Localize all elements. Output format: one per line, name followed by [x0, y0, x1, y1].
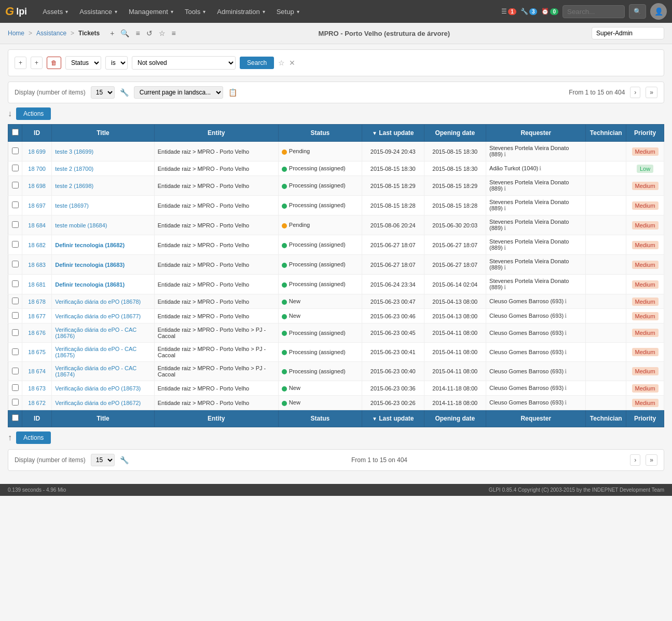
row-title[interactable]: teste 2 (18700)	[52, 161, 155, 176]
bottom-items-per-page-select[interactable]: 15	[91, 454, 115, 466]
row-title[interactable]: teste 2 (18698)	[52, 176, 155, 196]
filter-field-select[interactable]: Status	[65, 56, 101, 70]
table-row[interactable]: 18 684teste mobile (18684)Entidade raiz …	[8, 215, 664, 235]
row-title[interactable]: Verificação diária do ePO - CAC (18675)	[52, 343, 155, 362]
row-checkbox[interactable]	[12, 280, 19, 287]
table-row[interactable]: 18 675Verificação diária do ePO - CAC (1…	[8, 343, 664, 362]
row-checkbox[interactable]	[12, 298, 19, 304]
user-avatar[interactable]: 👤	[650, 3, 667, 20]
table-row[interactable]: 18 672Verificação diária do ePO (18672)E…	[8, 396, 664, 410]
row-checkbox[interactable]	[12, 384, 19, 391]
row-id[interactable]: 18 699	[22, 142, 52, 161]
save-search-icon[interactable]: ☆	[278, 59, 285, 67]
row-checkbox-cell[interactable]	[8, 275, 22, 294]
row-id[interactable]: 18 675	[22, 343, 52, 362]
favorite-icon[interactable]: ☆	[158, 28, 167, 38]
tf-status[interactable]: Status	[278, 410, 362, 427]
layout-select[interactable]: Current page in landsca...	[134, 86, 223, 99]
select-all-footer-checkbox[interactable]	[8, 410, 22, 427]
bottom-next-page-button[interactable]: ›	[630, 454, 640, 466]
th-status[interactable]: Status	[278, 125, 362, 142]
requester-info-icon[interactable]: ℹ	[565, 298, 567, 304]
row-id[interactable]: 18 674	[22, 362, 52, 381]
table-row[interactable]: 18 699teste 3 (18699)Entidade raiz > MPR…	[8, 142, 664, 161]
global-search-button[interactable]: 🔍	[629, 4, 646, 19]
sort-up-icon[interactable]: ↑	[8, 433, 12, 442]
actions-top-button[interactable]: Actions	[16, 107, 51, 120]
requester-info-icon[interactable]: ℹ	[565, 349, 567, 355]
row-checkbox-cell[interactable]	[8, 255, 22, 275]
row-checkbox-cell[interactable]	[8, 343, 22, 362]
badge-tasks[interactable]: 🔧 3	[520, 8, 538, 15]
add-icon[interactable]: +	[109, 28, 115, 38]
row-title[interactable]: Verificação diária do ePO - CAC (18676)	[52, 323, 155, 343]
row-title[interactable]: Verificação diária do ePO (18672)	[52, 396, 155, 410]
th-title[interactable]: Title	[52, 125, 155, 142]
row-id[interactable]: 18 676	[22, 323, 52, 343]
items-per-page-select[interactable]: 15	[91, 86, 115, 99]
row-id[interactable]: 18 672	[22, 396, 52, 410]
requester-info-icon[interactable]: ℹ	[565, 399, 567, 406]
requester-info-icon[interactable]: ℹ	[504, 245, 506, 251]
requester-info-icon[interactable]: ℹ	[504, 151, 506, 157]
row-checkbox[interactable]	[12, 147, 19, 154]
list-view-icon[interactable]: ≡	[134, 28, 141, 38]
row-title[interactable]: Definir tecnologia (18682)	[52, 235, 155, 255]
th-id[interactable]: ID	[22, 125, 52, 142]
filter-operator-select[interactable]: is	[105, 56, 128, 70]
row-checkbox[interactable]	[12, 201, 19, 208]
row-id[interactable]: 18 684	[22, 215, 52, 235]
app-logo[interactable]: Glpi	[5, 5, 27, 18]
th-last-update[interactable]: ▼ Last update	[362, 125, 424, 142]
breadcrumb-assistance[interactable]: Assistance	[36, 30, 66, 37]
tf-title[interactable]: Title	[52, 410, 155, 427]
table-row[interactable]: 18 697teste (18697)Entidade raiz > MPRO …	[8, 196, 664, 215]
row-checkbox-cell[interactable]	[8, 176, 22, 196]
row-checkbox-cell[interactable]	[8, 196, 22, 215]
row-checkbox-cell[interactable]	[8, 362, 22, 381]
row-checkbox-cell[interactable]	[8, 215, 22, 235]
tf-opening-date[interactable]: Opening date	[424, 410, 486, 427]
table-row[interactable]: 18 683Definir tecnologia (18683)Entidade…	[8, 255, 664, 275]
settings-icon[interactable]: 🔧	[120, 88, 129, 97]
tf-id[interactable]: ID	[22, 410, 52, 427]
row-checkbox[interactable]	[12, 368, 19, 374]
row-checkbox[interactable]	[12, 221, 19, 228]
table-row[interactable]: 18 673Verificação diária do ePO (18673)E…	[8, 381, 664, 396]
menu-icon[interactable]: ≡	[171, 28, 177, 38]
row-id[interactable]: 18 677	[22, 309, 52, 323]
tf-requester[interactable]: Requester	[486, 410, 586, 427]
row-title[interactable]: Definir tecnologia (18683)	[52, 255, 155, 275]
row-id[interactable]: 18 683	[22, 255, 52, 275]
table-row[interactable]: 18 700teste 2 (18700)Entidade raiz > MPR…	[8, 161, 664, 176]
row-title[interactable]: teste 3 (18699)	[52, 142, 155, 161]
table-row[interactable]: 18 676Verificação diária do ePO - CAC (1…	[8, 323, 664, 343]
row-title[interactable]: Verificação diária do ePO (18673)	[52, 381, 155, 396]
tf-priority[interactable]: Priority	[626, 410, 664, 427]
row-checkbox-cell[interactable]	[8, 323, 22, 343]
clear-search-icon[interactable]: ✕	[289, 59, 295, 67]
bottom-last-page-button[interactable]: »	[646, 454, 657, 466]
history-icon[interactable]: ↺	[145, 28, 154, 38]
th-technician[interactable]: Technician	[586, 125, 626, 142]
filter-value-select[interactable]: Not solved	[132, 56, 236, 70]
filter-add-or-button[interactable]: +	[31, 57, 43, 69]
row-id[interactable]: 18 678	[22, 294, 52, 309]
row-checkbox[interactable]	[12, 399, 19, 406]
super-admin-select[interactable]: Super-Admin	[592, 27, 664, 39]
requester-info-icon[interactable]: ℹ	[539, 165, 541, 171]
row-id[interactable]: 18 673	[22, 381, 52, 396]
requester-info-icon[interactable]: ℹ	[565, 330, 567, 336]
last-page-button[interactable]: »	[646, 87, 657, 98]
row-id[interactable]: 18 700	[22, 161, 52, 176]
row-id[interactable]: 18 682	[22, 235, 52, 255]
sort-down-icon[interactable]: ↓	[8, 109, 12, 118]
search-breadcrumb-icon[interactable]: 🔍	[119, 28, 130, 38]
row-checkbox-cell[interactable]	[8, 381, 22, 396]
requester-info-icon[interactable]: ℹ	[565, 385, 567, 391]
th-requester[interactable]: Requester	[486, 125, 586, 142]
row-id[interactable]: 18 681	[22, 275, 52, 294]
row-checkbox[interactable]	[12, 312, 19, 319]
row-title[interactable]: Verificação diária do ePO - CAC (18674)	[52, 362, 155, 381]
th-opening-date[interactable]: Opening date	[424, 125, 486, 142]
